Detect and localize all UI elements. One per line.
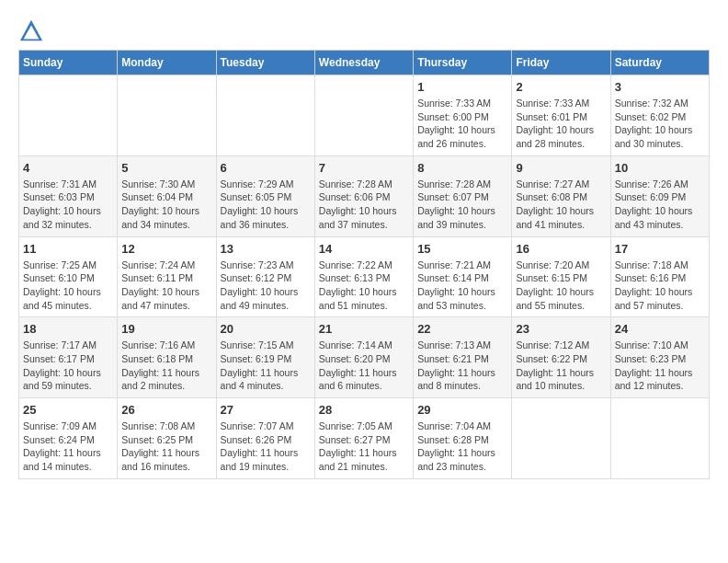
calendar-cell: 29Sunrise: 7:04 AM Sunset: 6:28 PM Dayli… — [414, 398, 512, 479]
header — [18, 15, 710, 44]
day-number: 1 — [417, 80, 507, 94]
day-info: Sunrise: 7:10 AM Sunset: 6:23 PM Dayligh… — [615, 339, 705, 393]
day-number: 9 — [516, 161, 606, 175]
calendar-cell: 12Sunrise: 7:24 AM Sunset: 6:11 PM Dayli… — [118, 236, 216, 317]
calendar-cell: 4Sunrise: 7:31 AM Sunset: 6:03 PM Daylig… — [19, 155, 118, 236]
logo — [18, 18, 48, 44]
day-info: Sunrise: 7:28 AM Sunset: 6:06 PM Dayligh… — [319, 178, 409, 232]
day-info: Sunrise: 7:21 AM Sunset: 6:14 PM Dayligh… — [417, 259, 507, 313]
day-info: Sunrise: 7:30 AM Sunset: 6:04 PM Dayligh… — [121, 178, 211, 232]
calendar-cell: 9Sunrise: 7:27 AM Sunset: 6:08 PM Daylig… — [512, 155, 610, 236]
column-header-tuesday: Tuesday — [216, 51, 314, 75]
day-info: Sunrise: 7:28 AM Sunset: 6:07 PM Dayligh… — [417, 178, 507, 232]
calendar-cell: 8Sunrise: 7:28 AM Sunset: 6:07 PM Daylig… — [414, 155, 512, 236]
day-info: Sunrise: 7:32 AM Sunset: 6:02 PM Dayligh… — [615, 97, 705, 151]
calendar-cell: 5Sunrise: 7:30 AM Sunset: 6:04 PM Daylig… — [118, 155, 216, 236]
logo-icon — [18, 18, 44, 44]
calendar-week-row: 11Sunrise: 7:25 AM Sunset: 6:10 PM Dayli… — [19, 236, 710, 317]
day-info: Sunrise: 7:18 AM Sunset: 6:16 PM Dayligh… — [615, 259, 705, 313]
day-number: 27 — [221, 403, 311, 417]
calendar-cell: 7Sunrise: 7:28 AM Sunset: 6:06 PM Daylig… — [314, 155, 413, 236]
day-number: 10 — [615, 161, 705, 175]
day-number: 5 — [121, 161, 211, 175]
calendar-cell: 15Sunrise: 7:21 AM Sunset: 6:14 PM Dayli… — [414, 236, 512, 317]
calendar-cell — [19, 75, 118, 156]
day-number: 8 — [417, 161, 507, 175]
day-number: 13 — [221, 242, 311, 256]
calendar-cell: 20Sunrise: 7:15 AM Sunset: 6:19 PM Dayli… — [216, 317, 314, 398]
day-number: 14 — [319, 242, 409, 256]
day-number: 23 — [516, 322, 606, 336]
calendar-table: SundayMondayTuesdayWednesdayThursdayFrid… — [18, 50, 710, 479]
calendar-cell: 2Sunrise: 7:33 AM Sunset: 6:01 PM Daylig… — [512, 75, 610, 156]
calendar-cell: 24Sunrise: 7:10 AM Sunset: 6:23 PM Dayli… — [610, 317, 709, 398]
day-info: Sunrise: 7:16 AM Sunset: 6:18 PM Dayligh… — [121, 339, 211, 393]
day-number: 4 — [23, 161, 113, 175]
calendar-cell: 18Sunrise: 7:17 AM Sunset: 6:17 PM Dayli… — [19, 317, 118, 398]
day-info: Sunrise: 7:22 AM Sunset: 6:13 PM Dayligh… — [319, 259, 409, 313]
calendar-week-row: 4Sunrise: 7:31 AM Sunset: 6:03 PM Daylig… — [19, 155, 710, 236]
day-number: 29 — [417, 403, 507, 417]
day-number: 17 — [615, 242, 705, 256]
day-info: Sunrise: 7:12 AM Sunset: 6:22 PM Dayligh… — [516, 339, 606, 393]
calendar-week-row: 18Sunrise: 7:17 AM Sunset: 6:17 PM Dayli… — [19, 317, 710, 398]
day-number: 25 — [23, 403, 113, 417]
day-info: Sunrise: 7:05 AM Sunset: 6:27 PM Dayligh… — [319, 419, 409, 474]
calendar-cell: 14Sunrise: 7:22 AM Sunset: 6:13 PM Dayli… — [314, 236, 413, 317]
column-header-friday: Friday — [512, 51, 610, 75]
day-number: 26 — [121, 403, 211, 417]
day-number: 16 — [516, 242, 606, 256]
day-number: 19 — [121, 322, 211, 336]
calendar-cell: 17Sunrise: 7:18 AM Sunset: 6:16 PM Dayli… — [610, 236, 709, 317]
day-number: 28 — [319, 403, 409, 417]
day-info: Sunrise: 7:33 AM Sunset: 6:01 PM Dayligh… — [516, 97, 606, 151]
calendar-week-row: 1Sunrise: 7:33 AM Sunset: 6:00 PM Daylig… — [19, 75, 710, 156]
calendar-cell: 16Sunrise: 7:20 AM Sunset: 6:15 PM Dayli… — [512, 236, 610, 317]
day-number: 7 — [319, 161, 409, 175]
day-number: 2 — [516, 80, 606, 94]
calendar-cell — [118, 75, 216, 156]
calendar-cell: 13Sunrise: 7:23 AM Sunset: 6:12 PM Dayli… — [216, 236, 314, 317]
calendar-cell: 25Sunrise: 7:09 AM Sunset: 6:24 PM Dayli… — [19, 398, 118, 479]
column-header-saturday: Saturday — [610, 51, 709, 75]
day-info: Sunrise: 7:04 AM Sunset: 6:28 PM Dayligh… — [417, 419, 507, 474]
day-info: Sunrise: 7:20 AM Sunset: 6:15 PM Dayligh… — [516, 259, 606, 313]
calendar-week-row: 25Sunrise: 7:09 AM Sunset: 6:24 PM Dayli… — [19, 398, 710, 479]
calendar-cell: 19Sunrise: 7:16 AM Sunset: 6:18 PM Dayli… — [118, 317, 216, 398]
column-header-monday: Monday — [118, 51, 216, 75]
day-number: 20 — [221, 322, 311, 336]
day-info: Sunrise: 7:26 AM Sunset: 6:09 PM Dayligh… — [615, 178, 705, 232]
calendar-cell: 3Sunrise: 7:32 AM Sunset: 6:02 PM Daylig… — [610, 75, 709, 156]
day-number: 11 — [23, 242, 113, 256]
column-header-sunday: Sunday — [19, 51, 118, 75]
day-info: Sunrise: 7:14 AM Sunset: 6:20 PM Dayligh… — [319, 339, 409, 393]
day-info: Sunrise: 7:07 AM Sunset: 6:26 PM Dayligh… — [221, 419, 311, 474]
day-info: Sunrise: 7:31 AM Sunset: 6:03 PM Dayligh… — [23, 178, 113, 232]
calendar-cell: 6Sunrise: 7:29 AM Sunset: 6:05 PM Daylig… — [216, 155, 314, 236]
column-header-wednesday: Wednesday — [314, 51, 413, 75]
day-info: Sunrise: 7:09 AM Sunset: 6:24 PM Dayligh… — [23, 419, 113, 474]
calendar-cell — [610, 398, 709, 479]
day-info: Sunrise: 7:25 AM Sunset: 6:10 PM Dayligh… — [23, 259, 113, 313]
day-number: 18 — [23, 322, 113, 336]
calendar-cell — [216, 75, 314, 156]
day-info: Sunrise: 7:23 AM Sunset: 6:12 PM Dayligh… — [221, 259, 311, 313]
calendar-cell: 26Sunrise: 7:08 AM Sunset: 6:25 PM Dayli… — [118, 398, 216, 479]
day-number: 21 — [319, 322, 409, 336]
day-info: Sunrise: 7:08 AM Sunset: 6:25 PM Dayligh… — [121, 419, 211, 474]
day-number: 24 — [615, 322, 705, 336]
calendar-cell: 22Sunrise: 7:13 AM Sunset: 6:21 PM Dayli… — [414, 317, 512, 398]
calendar-header-row: SundayMondayTuesdayWednesdayThursdayFrid… — [19, 51, 710, 75]
calendar-cell: 27Sunrise: 7:07 AM Sunset: 6:26 PM Dayli… — [216, 398, 314, 479]
calendar-cell — [314, 75, 413, 156]
day-info: Sunrise: 7:17 AM Sunset: 6:17 PM Dayligh… — [23, 339, 113, 393]
day-info: Sunrise: 7:29 AM Sunset: 6:05 PM Dayligh… — [221, 178, 311, 232]
calendar-cell: 1Sunrise: 7:33 AM Sunset: 6:00 PM Daylig… — [414, 75, 512, 156]
column-header-thursday: Thursday — [414, 51, 512, 75]
day-number: 22 — [417, 322, 507, 336]
calendar-cell: 11Sunrise: 7:25 AM Sunset: 6:10 PM Dayli… — [19, 236, 118, 317]
calendar-cell: 23Sunrise: 7:12 AM Sunset: 6:22 PM Dayli… — [512, 317, 610, 398]
calendar-cell: 28Sunrise: 7:05 AM Sunset: 6:27 PM Dayli… — [314, 398, 413, 479]
day-number: 15 — [417, 242, 507, 256]
day-info: Sunrise: 7:33 AM Sunset: 6:00 PM Dayligh… — [417, 97, 507, 151]
